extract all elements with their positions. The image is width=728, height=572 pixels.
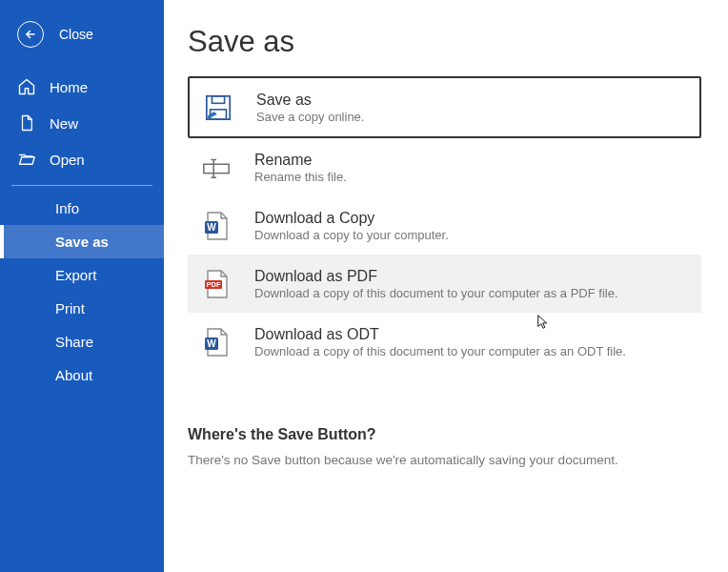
sidebar-item-open[interactable]: Open	[0, 141, 164, 177]
sidebar-item-about[interactable]: About	[0, 358, 164, 392]
pdf-icon: PDF	[201, 269, 232, 299]
option-title: Download a Copy	[254, 210, 449, 227]
sidebar-item-label: New	[50, 115, 78, 132]
word-doc-icon: W	[201, 327, 232, 358]
rename-icon	[201, 153, 232, 183]
svg-text:W: W	[207, 222, 216, 233]
sidebar-item-label: Home	[50, 79, 88, 95]
close-button[interactable]: Close	[0, 17, 164, 69]
folder-open-icon	[17, 150, 36, 169]
close-label: Close	[59, 27, 93, 42]
svg-text:W: W	[207, 338, 216, 349]
option-title: Download as ODT	[254, 326, 626, 343]
content-area: Save as Save asSave a copy online.Rename…	[164, 0, 728, 486]
word-doc-icon: W	[201, 211, 232, 241]
sidebar-item-label: Open	[50, 152, 85, 168]
sidebar-item-label: Share	[55, 334, 93, 350]
sidebar-item-export[interactable]: Export	[0, 258, 164, 292]
sidebar-item-new[interactable]: New	[0, 105, 164, 141]
sidebar-item-label: About	[55, 367, 92, 383]
option-pdf[interactable]: PDFDownload as PDFDownload a copy of thi…	[188, 255, 701, 313]
option-odt[interactable]: WDownload as ODTDownload a copy of this …	[188, 313, 701, 371]
option-subtitle: Save a copy online.	[256, 110, 364, 124]
sidebar-item-label: Info	[55, 200, 79, 216]
file-icon	[17, 113, 36, 133]
sidebar-item-info[interactable]: Info	[0, 192, 164, 225]
option-title: Rename	[254, 152, 347, 169]
sidebar-item-label: Save as	[55, 234, 109, 250]
sidebar-item-saveas[interactable]: Save as	[0, 225, 164, 258]
option-subtitle: Download a copy of this document to your…	[254, 286, 618, 300]
sidebar-divider	[11, 185, 152, 186]
save-disk-icon	[203, 92, 233, 123]
option-title: Save as	[256, 92, 364, 109]
sidebar-item-home[interactable]: Home	[0, 69, 164, 105]
option-rename[interactable]: RenameRename this file.	[188, 138, 701, 196]
svg-rect-3	[204, 164, 229, 173]
option-download[interactable]: WDownload a CopyDownload a copy to your …	[188, 196, 701, 255]
option-title: Download as PDF	[254, 268, 618, 285]
save-options-list: Save asSave a copy online.RenameRename t…	[188, 76, 701, 371]
home-icon	[17, 77, 36, 96]
help-text: There's no Save button because we're aut…	[188, 453, 701, 467]
svg-text:PDF: PDF	[207, 280, 221, 289]
svg-rect-1	[212, 96, 224, 104]
sidebar-item-print[interactable]: Print	[0, 292, 164, 325]
back-arrow-icon	[17, 21, 44, 48]
backstage-sidebar: Close HomeNewOpen InfoSave asExportPrint…	[0, 0, 164, 572]
help-title: Where's the Save Button?	[188, 426, 701, 443]
page-title: Save as	[188, 25, 701, 59]
option-subtitle: Rename this file.	[254, 170, 347, 184]
sidebar-item-share[interactable]: Share	[0, 325, 164, 358]
option-subtitle: Download a copy to your computer.	[254, 228, 449, 242]
option-subtitle: Download a copy of this document to your…	[254, 344, 626, 358]
sidebar-item-label: Export	[55, 267, 96, 283]
help-section: Where's the Save Button? There's no Save…	[188, 426, 701, 467]
sidebar-item-label: Print	[55, 300, 85, 317]
option-saveas[interactable]: Save asSave a copy online.	[188, 76, 701, 138]
